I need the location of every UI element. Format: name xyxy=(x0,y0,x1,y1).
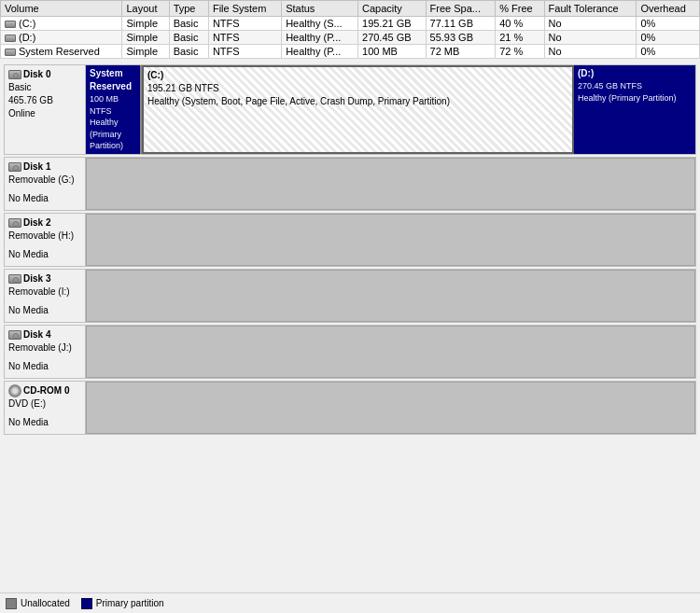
disk0-icon xyxy=(8,70,21,79)
partition-system-reserved-status: Healthy (Primary Partition) xyxy=(90,117,136,152)
disk2-no-media xyxy=(86,214,695,266)
legend-unalloc-box xyxy=(6,598,17,609)
disk3-status: No Media xyxy=(8,304,81,317)
disk1-type: Removable (G:) xyxy=(8,174,81,187)
col-volume: Volume xyxy=(1,1,122,17)
partition-d-detail: 270.45 GB NTFS xyxy=(578,80,692,92)
disk2-icon xyxy=(8,218,21,228)
disk4-content xyxy=(86,325,696,379)
col-overhead: Overhead xyxy=(637,1,700,17)
table-cell: 40 % xyxy=(496,17,544,31)
table-cell: NTFS xyxy=(208,45,281,59)
table-cell: 77.11 GB xyxy=(426,17,496,31)
cdrom0-no-media xyxy=(86,382,695,434)
partition-system-reserved[interactable]: System Reserved 100 MB NTFS Healthy (Pri… xyxy=(86,65,142,154)
disk4-icon xyxy=(8,330,21,340)
table-cell: 270.45 GB xyxy=(358,31,427,45)
legend-primary-label: Primary partition xyxy=(96,598,164,608)
table-cell: Simple xyxy=(122,45,169,59)
disk-row-0: Disk 0 Basic 465.76 GB Online System Res… xyxy=(4,64,696,155)
table-cell: 0% xyxy=(637,45,700,59)
table-cell: 72 MB xyxy=(426,45,496,59)
disk1-status: No Media xyxy=(8,192,81,205)
partition-d-status: Healthy (Primary Partition) xyxy=(578,92,692,104)
disk3-icon xyxy=(8,274,21,284)
table-row[interactable]: System ReservedSimpleBasicNTFSHealthy (P… xyxy=(1,45,700,59)
cdrom0-content xyxy=(86,381,696,435)
partition-c-detail: 195.21 GB NTFS xyxy=(147,82,568,95)
disk3-label: Disk 3 Removable (I:) No Media xyxy=(4,269,86,323)
disk0-content: System Reserved 100 MB NTFS Healthy (Pri… xyxy=(86,64,696,155)
partition-c[interactable]: (C:) 195.21 GB NTFS Healthy (System, Boo… xyxy=(142,65,574,154)
cdrom0-name: CD-ROM 0 xyxy=(23,384,69,397)
col-type: Type xyxy=(169,1,208,17)
table-cell: Simple xyxy=(122,17,169,31)
disk4-type: Removable (J:) xyxy=(8,341,81,355)
partition-system-reserved-name: System Reserved xyxy=(90,67,136,93)
table-cell: 21 % xyxy=(496,31,544,45)
disk1-label: Disk 1 Removable (G:) No Media xyxy=(4,157,86,211)
disk3-content xyxy=(86,269,696,323)
disk1-name: Disk 1 xyxy=(23,160,50,174)
table-cell: Basic xyxy=(169,31,208,45)
col-percentfree: % Free xyxy=(496,1,544,17)
partition-c-name: (C:) xyxy=(147,69,568,82)
disk1-content xyxy=(86,157,696,211)
disk1-no-media xyxy=(86,158,695,210)
table-cell: NTFS xyxy=(208,31,281,45)
disk4-no-media xyxy=(86,326,695,378)
partition-d-name: (D:) xyxy=(578,67,692,80)
disk-row-1: Disk 1 Removable (G:) No Media xyxy=(4,157,696,211)
table-cell: 0% xyxy=(637,17,700,31)
disk3-no-media xyxy=(86,270,695,322)
disk0-label: Disk 0 Basic 465.76 GB Online xyxy=(4,64,86,155)
table-cell: System Reserved xyxy=(1,45,122,59)
legend-primary: Primary partition xyxy=(81,598,164,609)
disk1-icon xyxy=(8,162,21,172)
table-cell: 72 % xyxy=(496,45,544,59)
disk-row-2: Disk 2 Removable (H:) No Media xyxy=(4,213,696,267)
disk0-size: 465.76 GB xyxy=(8,94,81,107)
disk2-name: Disk 2 xyxy=(23,216,50,230)
table-cell: No xyxy=(544,31,637,45)
col-faulttolerance: Fault Tolerance xyxy=(544,1,637,17)
volume-table: Volume Layout Type File System Status Ca… xyxy=(0,0,700,59)
disk2-type: Removable (H:) xyxy=(8,230,81,243)
table-cell: No xyxy=(544,45,637,59)
cdrom0-type: DVD (E:) xyxy=(8,397,81,411)
disk4-status: No Media xyxy=(8,360,81,373)
partition-d[interactable]: (D:) 270.45 GB NTFS Healthy (Primary Par… xyxy=(574,65,695,154)
table-cell: 0% xyxy=(637,31,700,45)
table-cell: Healthy (S... xyxy=(282,17,358,31)
partition-c-status: Healthy (System, Boot, Page File, Active… xyxy=(147,95,568,108)
disk-row-4: Disk 4 Removable (J:) No Media xyxy=(4,325,696,379)
col-filesystem: File System xyxy=(208,1,281,17)
table-cell: 55.93 GB xyxy=(426,31,496,45)
disk0-name: Disk 0 xyxy=(23,68,50,81)
disk-row-3: Disk 3 Removable (I:) No Media xyxy=(4,269,696,323)
table-row[interactable]: (C:)SimpleBasicNTFSHealthy (S...195.21 G… xyxy=(1,17,700,31)
table-cell: Healthy (P... xyxy=(282,31,358,45)
table-row[interactable]: (D:)SimpleBasicNTFSHealthy (P...270.45 G… xyxy=(1,31,700,45)
disk2-content xyxy=(86,213,696,267)
disk3-type: Removable (I:) xyxy=(8,286,81,299)
drive-small-icon xyxy=(5,21,16,28)
disk2-status: No Media xyxy=(8,248,81,261)
drive-small-icon xyxy=(5,35,16,42)
cdrom0-label: CD-ROM 0 DVD (E:) No Media xyxy=(4,381,86,435)
table-cell: Basic xyxy=(169,17,208,31)
disk0-status: Online xyxy=(8,107,81,120)
cdrom0-status: No Media xyxy=(8,416,81,429)
legend-primary-box xyxy=(81,598,92,609)
table-cell: 100 MB xyxy=(358,45,427,59)
table-cell: 195.21 GB xyxy=(358,17,427,31)
table-cell: Basic xyxy=(169,45,208,59)
legend-unallocated: Unallocated xyxy=(6,598,70,609)
legend-unalloc-label: Unallocated xyxy=(21,598,70,608)
col-freespace: Free Spa... xyxy=(426,1,496,17)
table-cell: Simple xyxy=(122,31,169,45)
col-layout: Layout xyxy=(122,1,169,17)
table-cell: Healthy (P... xyxy=(282,45,358,59)
disk4-name: Disk 4 xyxy=(23,328,50,341)
table-cell: (D:) xyxy=(1,31,122,45)
